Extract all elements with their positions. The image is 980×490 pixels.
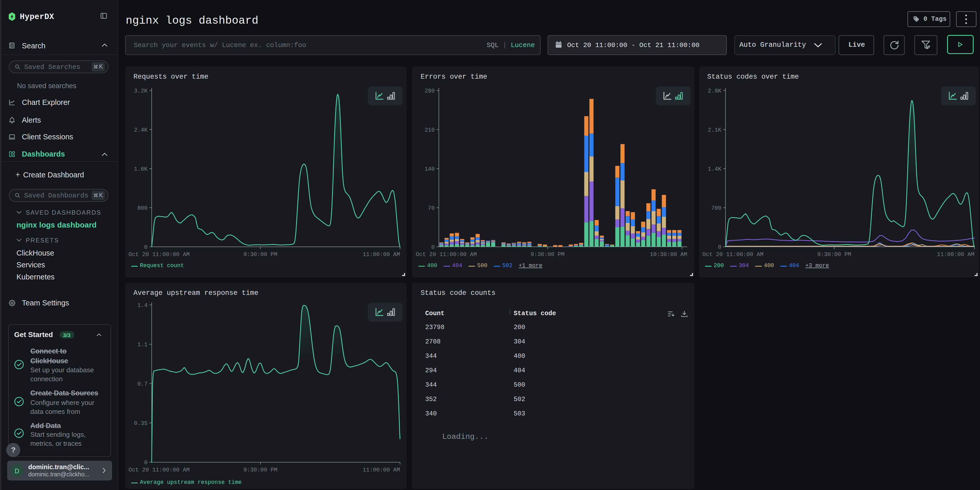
svg-text:0.7: 0.7: [137, 381, 148, 387]
svg-text:1.1: 1.1: [137, 342, 148, 348]
svg-text:1.4: 1.4: [137, 302, 148, 309]
svg-text:9:30:00 PM: 9:30:00 PM: [243, 467, 277, 473]
svg-text:0: 0: [144, 460, 148, 466]
svg-text:0.35: 0.35: [134, 420, 148, 427]
svg-text:Oct 20 11:00:00 AM: Oct 20 11:00:00 AM: [129, 467, 190, 473]
svg-text:11:00:00 AM: 11:00:00 AM: [363, 467, 400, 473]
